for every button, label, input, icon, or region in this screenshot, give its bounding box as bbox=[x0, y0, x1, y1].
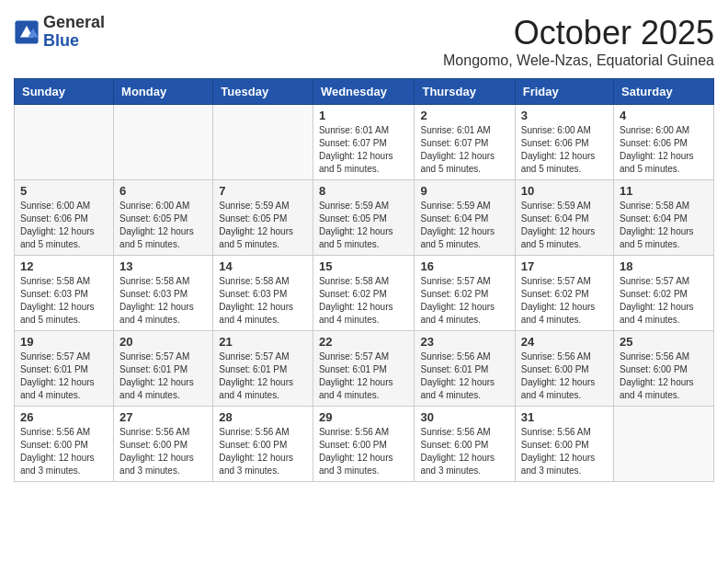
day-of-week-header: Friday bbox=[515, 79, 613, 105]
day-number: 17 bbox=[521, 259, 608, 273]
day-info: Sunrise: 5:59 AM Sunset: 6:04 PM Dayligh… bbox=[420, 200, 508, 251]
day-info: Sunrise: 5:56 AM Sunset: 6:00 PM Dayligh… bbox=[521, 426, 608, 477]
calendar-week-row: 12Sunrise: 5:58 AM Sunset: 6:03 PM Dayli… bbox=[15, 256, 714, 331]
calendar-day-cell: 8Sunrise: 5:59 AM Sunset: 6:05 PM Daylig… bbox=[313, 180, 415, 256]
logo-general-text: General bbox=[43, 13, 105, 31]
calendar-day-cell: 22Sunrise: 5:57 AM Sunset: 6:01 PM Dayli… bbox=[313, 331, 415, 407]
day-info: Sunrise: 6:00 AM Sunset: 6:06 PM Dayligh… bbox=[620, 124, 708, 176]
calendar-day-cell: 27Sunrise: 5:56 AM Sunset: 6:00 PM Dayli… bbox=[114, 407, 213, 482]
day-info: Sunrise: 6:00 AM Sunset: 6:05 PM Dayligh… bbox=[119, 200, 207, 251]
day-info: Sunrise: 5:57 AM Sunset: 6:01 PM Dayligh… bbox=[219, 350, 307, 402]
day-number: 15 bbox=[319, 259, 409, 273]
day-number: 23 bbox=[420, 335, 508, 349]
day-info: Sunrise: 6:01 AM Sunset: 6:07 PM Dayligh… bbox=[420, 124, 508, 176]
day-info: Sunrise: 5:57 AM Sunset: 6:01 PM Dayligh… bbox=[319, 350, 409, 402]
day-number: 11 bbox=[620, 184, 708, 198]
day-of-week-header: Wednesday bbox=[313, 79, 415, 105]
day-info: Sunrise: 5:57 AM Sunset: 6:01 PM Dayligh… bbox=[20, 350, 108, 402]
day-number: 22 bbox=[319, 335, 409, 349]
day-info: Sunrise: 5:56 AM Sunset: 6:00 PM Dayligh… bbox=[219, 426, 307, 477]
calendar-table: SundayMondayTuesdayWednesdayThursdayFrid… bbox=[14, 78, 714, 482]
calendar-day-cell bbox=[614, 407, 714, 482]
day-number: 3 bbox=[521, 109, 608, 122]
day-info: Sunrise: 5:59 AM Sunset: 6:05 PM Dayligh… bbox=[319, 200, 409, 251]
calendar-day-cell: 29Sunrise: 5:56 AM Sunset: 6:00 PM Dayli… bbox=[313, 407, 415, 482]
day-number: 10 bbox=[521, 184, 608, 198]
day-number: 7 bbox=[219, 184, 307, 198]
calendar-day-cell: 21Sunrise: 5:57 AM Sunset: 6:01 PM Dayli… bbox=[213, 331, 313, 407]
calendar-week-row: 26Sunrise: 5:56 AM Sunset: 6:00 PM Dayli… bbox=[15, 407, 714, 482]
calendar-day-cell: 12Sunrise: 5:58 AM Sunset: 6:03 PM Dayli… bbox=[15, 256, 114, 331]
day-number: 2 bbox=[420, 109, 508, 122]
day-info: Sunrise: 6:00 AM Sunset: 6:06 PM Dayligh… bbox=[20, 200, 108, 251]
calendar-day-cell: 19Sunrise: 5:57 AM Sunset: 6:01 PM Dayli… bbox=[15, 331, 114, 407]
day-number: 31 bbox=[521, 410, 608, 424]
calendar-day-cell: 1Sunrise: 6:01 AM Sunset: 6:07 PM Daylig… bbox=[313, 105, 415, 180]
day-info: Sunrise: 5:57 AM Sunset: 6:02 PM Dayligh… bbox=[620, 275, 708, 327]
calendar-body: 1Sunrise: 6:01 AM Sunset: 6:07 PM Daylig… bbox=[15, 105, 714, 482]
logo: General Blue bbox=[14, 14, 105, 51]
calendar-week-row: 19Sunrise: 5:57 AM Sunset: 6:01 PM Dayli… bbox=[15, 331, 714, 407]
day-number: 13 bbox=[119, 259, 207, 273]
calendar-day-cell: 16Sunrise: 5:57 AM Sunset: 6:02 PM Dayli… bbox=[415, 256, 515, 331]
calendar-day-cell: 7Sunrise: 5:59 AM Sunset: 6:05 PM Daylig… bbox=[213, 180, 313, 256]
calendar-day-cell: 28Sunrise: 5:56 AM Sunset: 6:00 PM Dayli… bbox=[213, 407, 313, 482]
day-number: 19 bbox=[20, 335, 108, 349]
days-of-week-row: SundayMondayTuesdayWednesdayThursdayFrid… bbox=[15, 79, 714, 105]
calendar-day-cell: 5Sunrise: 6:00 AM Sunset: 6:06 PM Daylig… bbox=[15, 180, 114, 256]
logo-blue-text: Blue bbox=[43, 31, 79, 50]
calendar-day-cell: 3Sunrise: 6:00 AM Sunset: 6:06 PM Daylig… bbox=[515, 105, 613, 180]
calendar-day-cell bbox=[114, 105, 213, 180]
day-info: Sunrise: 5:57 AM Sunset: 6:02 PM Dayligh… bbox=[521, 275, 608, 327]
day-info: Sunrise: 5:56 AM Sunset: 6:00 PM Dayligh… bbox=[620, 350, 708, 402]
calendar-day-cell: 30Sunrise: 5:56 AM Sunset: 6:00 PM Dayli… bbox=[415, 407, 515, 482]
day-number: 16 bbox=[420, 259, 508, 273]
day-info: Sunrise: 5:58 AM Sunset: 6:04 PM Dayligh… bbox=[620, 200, 708, 251]
calendar-day-cell: 9Sunrise: 5:59 AM Sunset: 6:04 PM Daylig… bbox=[415, 180, 515, 256]
day-number: 1 bbox=[319, 109, 409, 122]
day-info: Sunrise: 5:56 AM Sunset: 6:00 PM Dayligh… bbox=[521, 350, 608, 402]
day-info: Sunrise: 6:01 AM Sunset: 6:07 PM Dayligh… bbox=[319, 124, 409, 176]
day-number: 4 bbox=[620, 109, 708, 122]
calendar-day-cell: 18Sunrise: 5:57 AM Sunset: 6:02 PM Dayli… bbox=[614, 256, 714, 331]
calendar-day-cell: 4Sunrise: 6:00 AM Sunset: 6:06 PM Daylig… bbox=[614, 105, 714, 180]
day-number: 25 bbox=[620, 335, 708, 349]
day-of-week-header: Sunday bbox=[15, 79, 114, 105]
calendar-day-cell: 11Sunrise: 5:58 AM Sunset: 6:04 PM Dayli… bbox=[614, 180, 714, 256]
calendar-week-row: 1Sunrise: 6:01 AM Sunset: 6:07 PM Daylig… bbox=[15, 105, 714, 180]
calendar-day-cell: 24Sunrise: 5:56 AM Sunset: 6:00 PM Dayli… bbox=[515, 331, 613, 407]
day-number: 18 bbox=[620, 259, 708, 273]
month-title: October 2025 bbox=[443, 14, 714, 52]
day-of-week-header: Monday bbox=[114, 79, 213, 105]
day-info: Sunrise: 5:59 AM Sunset: 6:05 PM Dayligh… bbox=[219, 200, 307, 251]
location-title: Mongomo, Wele-Nzas, Equatorial Guinea bbox=[443, 52, 714, 69]
day-info: Sunrise: 5:56 AM Sunset: 6:00 PM Dayligh… bbox=[319, 426, 409, 477]
day-info: Sunrise: 5:56 AM Sunset: 6:00 PM Dayligh… bbox=[20, 426, 108, 477]
calendar-day-cell: 2Sunrise: 6:01 AM Sunset: 6:07 PM Daylig… bbox=[415, 105, 515, 180]
calendar-week-row: 5Sunrise: 6:00 AM Sunset: 6:06 PM Daylig… bbox=[15, 180, 714, 256]
day-info: Sunrise: 5:58 AM Sunset: 6:03 PM Dayligh… bbox=[119, 275, 207, 327]
day-info: Sunrise: 5:56 AM Sunset: 6:01 PM Dayligh… bbox=[420, 350, 508, 402]
day-info: Sunrise: 6:00 AM Sunset: 6:06 PM Dayligh… bbox=[521, 124, 608, 176]
calendar-day-cell: 14Sunrise: 5:58 AM Sunset: 6:03 PM Dayli… bbox=[213, 256, 313, 331]
day-number: 28 bbox=[219, 410, 307, 424]
title-area: October 2025 Mongomo, Wele-Nzas, Equator… bbox=[443, 14, 714, 69]
day-info: Sunrise: 5:57 AM Sunset: 6:02 PM Dayligh… bbox=[420, 275, 508, 327]
calendar-day-cell bbox=[15, 105, 114, 180]
calendar-day-cell: 10Sunrise: 5:59 AM Sunset: 6:04 PM Dayli… bbox=[515, 180, 613, 256]
calendar-day-cell: 23Sunrise: 5:56 AM Sunset: 6:01 PM Dayli… bbox=[415, 331, 515, 407]
calendar-day-cell: 26Sunrise: 5:56 AM Sunset: 6:00 PM Dayli… bbox=[15, 407, 114, 482]
day-info: Sunrise: 5:58 AM Sunset: 6:03 PM Dayligh… bbox=[219, 275, 307, 327]
day-number: 5 bbox=[20, 184, 108, 198]
day-info: Sunrise: 5:57 AM Sunset: 6:01 PM Dayligh… bbox=[119, 350, 207, 402]
day-number: 14 bbox=[219, 259, 307, 273]
day-info: Sunrise: 5:58 AM Sunset: 6:02 PM Dayligh… bbox=[319, 275, 409, 327]
header: General Blue October 2025 Mongomo, Wele-… bbox=[14, 14, 714, 69]
day-of-week-header: Saturday bbox=[614, 79, 714, 105]
day-number: 9 bbox=[420, 184, 508, 198]
day-number: 6 bbox=[119, 184, 207, 198]
day-number: 20 bbox=[119, 335, 207, 349]
day-info: Sunrise: 5:58 AM Sunset: 6:03 PM Dayligh… bbox=[20, 275, 108, 327]
logo-icon bbox=[14, 19, 40, 45]
day-number: 21 bbox=[219, 335, 307, 349]
